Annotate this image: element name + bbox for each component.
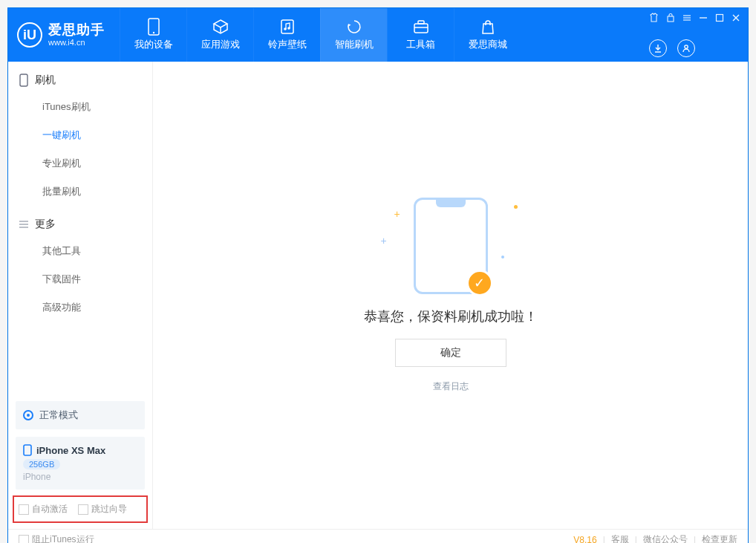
nav-store[interactable]: 爱思商城	[454, 8, 521, 62]
mode-status[interactable]: 正常模式	[16, 401, 145, 429]
body: 刷机 iTunes刷机 一键刷机 专业刷机 批量刷机 更多 其他工具 下载固件 …	[8, 62, 748, 529]
sidebar-group-title: 刷机	[35, 74, 56, 87]
window-controls	[649, 13, 740, 22]
user-icon[interactable]	[677, 39, 695, 57]
sidebar-group-more: 更多	[8, 206, 152, 237]
sidebar-item-download-fw[interactable]: 下载固件	[8, 265, 152, 293]
nav-label: 我的设备	[134, 38, 173, 51]
sidebar-flash-list: iTunes刷机 一键刷机 专业刷机 批量刷机	[8, 93, 152, 206]
header-right	[649, 8, 740, 62]
brand-domain: www.i4.cn	[48, 38, 105, 47]
svg-point-21	[685, 45, 688, 48]
device-name-text: iPhone XS Max	[36, 445, 105, 456]
footer-right: V8.16 | 客服 | 微信公众号 | 检查更新	[573, 533, 737, 543]
sidebar-item-other-tools[interactable]: 其他工具	[8, 237, 152, 265]
checkbox-icon[interactable]	[78, 504, 88, 515]
minimize-icon[interactable]	[699, 13, 708, 22]
logo-icon: iU	[17, 22, 42, 48]
nav-smart-flash[interactable]: 智能刷机	[320, 8, 387, 62]
toolbox-icon	[413, 19, 429, 35]
nav-apps-games[interactable]: 应用游戏	[186, 8, 253, 62]
sidebar-item-batch-flash[interactable]: 批量刷机	[8, 178, 152, 206]
nav-ringtone-wallpaper[interactable]: 铃声壁纸	[253, 8, 320, 62]
phone-small-icon	[23, 444, 32, 456]
svg-rect-11	[668, 16, 674, 22]
sidebar: 刷机 iTunes刷机 一键刷机 专业刷机 批量刷机 更多 其他工具 下载固件 …	[8, 62, 153, 529]
svg-rect-8	[414, 24, 428, 33]
footer-link-support[interactable]: 客服	[611, 533, 629, 543]
nav-toolbox[interactable]: 工具箱	[387, 8, 454, 62]
device-capacity: 256GB	[23, 459, 60, 469]
top-nav: 我的设备 应用游戏 铃声壁纸 智能刷机 工具箱 爱思商城	[120, 8, 521, 62]
success-title: 恭喜您，保资料刷机成功啦！	[364, 308, 538, 325]
svg-marker-2	[214, 20, 227, 27]
mode-indicator-icon	[23, 410, 33, 420]
block-itunes-option[interactable]: 阻止iTunes运行	[19, 533, 94, 543]
ok-button[interactable]: 确定	[395, 339, 506, 367]
svg-point-1	[152, 32, 154, 33]
nav-label: 应用游戏	[201, 38, 240, 51]
nav-label: 智能刷机	[335, 38, 374, 51]
header-bar: iU 爱思助手 www.i4.cn 我的设备 应用游戏 铃声壁纸 智能刷机	[8, 8, 748, 62]
sidebar-more-list: 其他工具 下载固件 高级功能	[8, 237, 152, 322]
checkbox-icon[interactable]	[19, 504, 29, 515]
logo-text: 爱思助手 www.i4.cn	[48, 23, 105, 47]
device-icon	[146, 19, 162, 35]
svg-rect-9	[418, 21, 424, 24]
nav-my-device[interactable]: 我的设备	[120, 8, 186, 62]
header-icons	[649, 39, 740, 57]
svg-rect-26	[24, 445, 31, 455]
music-icon	[279, 19, 296, 35]
svg-rect-4	[281, 20, 293, 33]
app-window: iU 爱思助手 www.i4.cn 我的设备 应用游戏 铃声壁纸 智能刷机	[7, 7, 749, 543]
logo: iU 爱思助手 www.i4.cn	[17, 22, 105, 48]
version-label: V8.16	[573, 535, 596, 544]
svg-point-5	[284, 27, 287, 30]
nav-label: 工具箱	[406, 38, 435, 51]
device-type: iPhone	[23, 472, 137, 482]
svg-rect-16	[717, 14, 723, 21]
main-content: ✓ 恭喜您，保资料刷机成功啦！ 确定 查看日志	[153, 62, 748, 529]
sidebar-item-advanced[interactable]: 高级功能	[8, 293, 152, 322]
device-name: iPhone XS Max	[23, 444, 137, 456]
close-icon[interactable]	[731, 13, 740, 22]
sidebar-item-onekey-flash[interactable]: 一键刷机	[8, 121, 152, 149]
option-label: 自动激活	[32, 504, 68, 514]
phone-illustration-icon: ✓	[414, 198, 488, 294]
view-log-link[interactable]: 查看日志	[433, 380, 469, 393]
option-label: 跳过向导	[91, 504, 127, 514]
sidebar-group-title: 更多	[35, 218, 56, 231]
footer-link-update[interactable]: 检查更新	[702, 533, 737, 543]
nav-label: 爱思商城	[469, 38, 507, 51]
svg-point-6	[287, 27, 290, 30]
skip-guide-option[interactable]: 跳过向导	[78, 503, 127, 516]
auto-activate-option[interactable]: 自动激活	[19, 503, 68, 516]
svg-marker-7	[348, 24, 351, 27]
footer-link-wechat[interactable]: 微信公众号	[643, 533, 688, 543]
device-panel[interactable]: iPhone XS Max 256GB iPhone	[16, 437, 145, 490]
sidebar-item-pro-flash[interactable]: 专业刷机	[8, 149, 152, 178]
list-icon	[19, 220, 29, 229]
menu-icon[interactable]	[682, 13, 691, 22]
checkbox-icon[interactable]	[19, 535, 29, 543]
bag-icon	[480, 19, 496, 35]
check-badge-icon: ✓	[466, 270, 493, 296]
lock-icon[interactable]	[666, 13, 675, 22]
download-icon[interactable]	[649, 39, 667, 57]
success-illustration: ✓	[377, 198, 525, 294]
footer-bar: 阻止iTunes运行 V8.16 | 客服 | 微信公众号 | 检查更新	[8, 529, 748, 543]
option-highlight-box: 自动激活 跳过向导	[13, 495, 148, 523]
mode-label: 正常模式	[39, 409, 78, 422]
sidebar-group-flash: 刷机	[8, 62, 152, 93]
refresh-icon	[346, 19, 362, 35]
sidebar-item-itunes-flash[interactable]: iTunes刷机	[8, 93, 152, 121]
cube-icon	[212, 19, 229, 35]
shirt-icon[interactable]	[649, 13, 659, 22]
maximize-icon[interactable]	[715, 13, 724, 22]
brand-name: 爱思助手	[48, 23, 105, 38]
nav-label: 铃声壁纸	[268, 38, 307, 51]
phone-outline-icon	[19, 74, 29, 87]
svg-rect-22	[20, 74, 27, 86]
option-label: 阻止iTunes运行	[32, 534, 94, 543]
